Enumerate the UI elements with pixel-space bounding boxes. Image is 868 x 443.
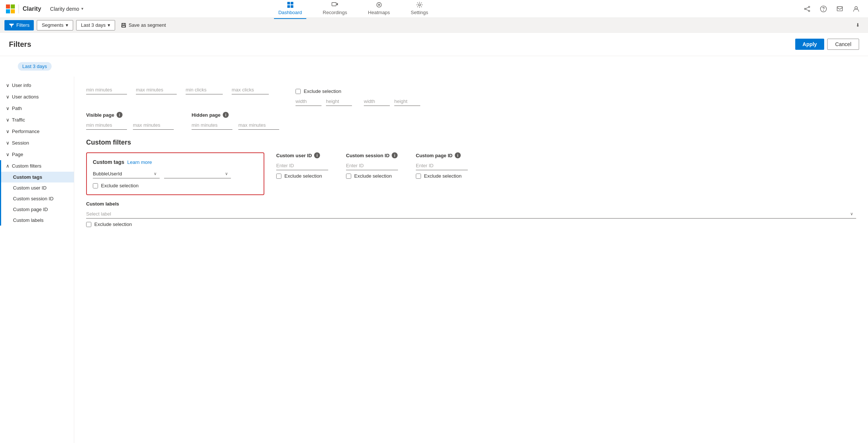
nav-right	[801, 3, 862, 15]
nav-center: Dashboard Recordings Heatmaps Se	[274, 0, 433, 19]
heatmaps-icon	[376, 1, 382, 8]
days-button[interactable]: Last 3 days ▾	[76, 20, 115, 30]
share-button[interactable]	[801, 3, 813, 15]
svg-line-18	[806, 9, 809, 10]
segments-label: Segments	[42, 22, 63, 28]
project-name: Clarity demo	[50, 6, 79, 12]
nav-item-settings[interactable]: Settings	[406, 0, 433, 19]
filter-icon	[9, 23, 14, 28]
app-name: Clarity	[23, 6, 41, 12]
nav-item-recordings[interactable]: Recordings	[318, 0, 352, 19]
settings-icon	[416, 1, 423, 8]
svg-rect-3	[11, 9, 15, 13]
svg-rect-8	[332, 3, 336, 6]
nav-item-dashboard[interactable]: Dashboard	[274, 0, 307, 19]
account-icon	[853, 6, 859, 12]
svg-rect-21	[837, 6, 842, 11]
nav-recordings-label: Recordings	[323, 10, 347, 15]
microsoft-logo	[6, 4, 15, 13]
segments-button[interactable]: Segments ▾	[37, 20, 73, 30]
nav-item-heatmaps[interactable]: Heatmaps	[363, 0, 394, 19]
filters-label: Filters	[16, 22, 29, 28]
download-icon: ⬇	[856, 22, 860, 28]
save-icon	[121, 23, 126, 28]
svg-rect-7	[290, 5, 293, 8]
svg-point-13	[418, 4, 420, 6]
svg-line-17	[806, 7, 809, 9]
nav-settings-label: Settings	[411, 10, 428, 15]
save-segment-label: Save as segment	[128, 22, 166, 28]
filter-bar: Filters Segments ▾ Last 3 days ▾ Save as…	[0, 18, 868, 33]
svg-rect-1	[11, 4, 15, 9]
notification-button[interactable]	[834, 3, 846, 15]
nav-dashboard-label: Dashboard	[278, 10, 302, 15]
save-segment-button[interactable]: Save as segment	[118, 21, 169, 29]
help-button[interactable]	[818, 3, 829, 15]
project-chevron: ▾	[81, 6, 84, 11]
svg-point-20	[823, 10, 824, 11]
brand-divider	[19, 4, 19, 13]
download-button[interactable]: ⬇	[852, 19, 864, 31]
help-icon	[820, 6, 827, 12]
recordings-icon	[332, 1, 338, 8]
svg-rect-23	[122, 23, 126, 27]
svg-rect-5	[290, 2, 293, 4]
account-button[interactable]	[850, 3, 862, 15]
svg-rect-2	[6, 9, 10, 13]
svg-point-12	[378, 4, 380, 6]
svg-rect-6	[287, 5, 290, 8]
svg-rect-25	[122, 25, 125, 27]
svg-rect-0	[6, 4, 10, 9]
nav-heatmaps-label: Heatmaps	[368, 10, 390, 15]
days-chevron: ▾	[108, 22, 110, 28]
svg-rect-4	[287, 2, 290, 4]
svg-point-15	[809, 10, 810, 12]
dashboard-icon	[287, 1, 294, 8]
notification-icon	[836, 6, 843, 12]
filters-button[interactable]: Filters	[4, 20, 34, 30]
segments-chevron: ▾	[66, 22, 68, 28]
days-label: Last 3 days	[81, 22, 106, 28]
top-nav: Clarity Clarity demo ▾ Dashboard Recordi…	[0, 0, 868, 18]
svg-point-16	[805, 8, 806, 10]
brand: Clarity	[6, 4, 41, 13]
project-selector[interactable]: Clarity demo ▾	[47, 4, 87, 13]
svg-point-14	[809, 6, 810, 7]
svg-rect-24	[123, 23, 125, 25]
share-icon	[804, 6, 810, 12]
